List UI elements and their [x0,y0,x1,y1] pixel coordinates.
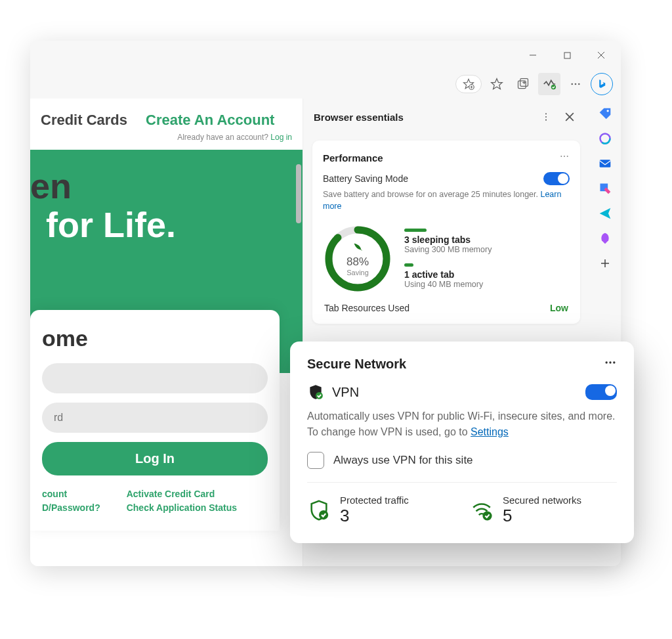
maximize-button[interactable] [553,45,581,66]
sleeping-tabs-title: 3 sleeping tabs [404,234,570,245]
resources-label: Tab Resources Used [324,303,550,313]
send-icon[interactable] [598,206,612,221]
secured-networks-label: Secured networks [503,495,581,506]
sleeping-bar-icon [404,229,427,232]
svg-point-34 [606,361,608,363]
title-bar [30,41,621,70]
hero-banner: en for Life. ome Log In count D/Password… [30,150,303,373]
svg-point-18 [545,116,547,118]
extension-pill[interactable] [455,75,482,93]
secure-network-heading: Secure Network [307,357,604,372]
login-link[interactable]: Log in [270,133,292,142]
svg-rect-1 [564,53,570,58]
panel-more-icon[interactable] [537,108,555,126]
address-bar [30,70,621,99]
browser-essentials-icon[interactable] [538,73,560,95]
sleeping-tabs-sub: Saving 300 MB memory [404,245,570,254]
svg-rect-30 [600,160,611,167]
svg-point-16 [578,83,580,85]
svg-point-24 [567,156,568,157]
login-button[interactable]: Log In [42,442,268,475]
svg-point-14 [571,83,573,85]
wifi-check-icon [470,498,494,522]
svg-point-15 [575,83,577,85]
active-tab-title: 1 active tab [404,269,570,280]
minimize-button[interactable] [518,45,547,66]
hero-text-1: en [30,168,303,204]
leaf-icon [352,242,363,254]
login-heading: ome [42,326,268,351]
vpn-more-icon[interactable] [604,356,617,372]
donut-percent: 88% [346,255,369,269]
link-activate[interactable]: Activate Credit Card [127,487,237,501]
always-vpn-checkbox[interactable] [307,452,324,469]
perf-stats: 88% Saving 3 sleeping tabs Saving 300 MB… [323,224,570,294]
bing-icon[interactable] [591,73,613,95]
copilot-icon[interactable] [598,131,612,146]
essentials-header: Browser essentials [303,99,589,135]
shield-check-icon [307,498,331,522]
essentials-title: Browser essentials [314,112,532,123]
svg-point-36 [613,361,615,363]
vpn-toggle[interactable] [585,384,617,400]
battery-mode-label: Battery Saving Mode [323,173,543,184]
already-account-row: Already have an account? Log in [30,133,303,150]
password-input[interactable] [42,403,268,433]
panel-close-icon[interactable] [560,108,579,126]
svg-point-35 [609,361,611,363]
scrollbar-thumb[interactable] [296,164,301,223]
collections-icon[interactable] [512,73,534,95]
already-account-text: Already have an account? [177,133,268,142]
vpn-settings-link[interactable]: Settings [471,426,509,437]
favorites-icon[interactable] [486,73,508,95]
login-card: ome Log In count D/Password? Activate Cr… [30,310,280,531]
secured-networks-value: 5 [503,506,581,526]
svg-point-23 [564,156,565,157]
svg-point-19 [545,120,547,121]
battery-mode-toggle[interactable] [543,172,570,185]
hero-text-2: for Life. [30,204,303,246]
svg-point-37 [316,392,323,399]
svg-point-17 [545,113,547,114]
secured-networks-stat: Secured networks 5 [470,495,617,526]
vpn-description: Automatically uses VPN for public Wi-Fi,… [307,408,617,440]
add-icon[interactable] [598,256,612,271]
link-account[interactable]: count [42,487,100,501]
bottom-links: count D/Password? Activate Credit Card C… [42,487,268,515]
more-icon[interactable] [564,73,587,95]
secure-network-popup: Secure Network VPN Automatically uses VP… [290,342,634,543]
link-status[interactable]: Check Application Status [127,501,237,515]
close-button[interactable] [587,45,616,66]
performance-card: Performance Battery Saving Mode Save bat… [312,141,580,324]
perf-more-icon[interactable] [559,151,570,164]
protected-traffic-stat: Protected traffic 3 [307,495,454,526]
nav-create-account[interactable]: Create An Account [146,112,274,129]
protected-traffic-label: Protected traffic [340,495,409,506]
resources-value: Low [550,303,568,313]
performance-title: Performance [323,152,559,164]
svg-point-22 [560,156,562,157]
protected-traffic-value: 3 [340,506,409,526]
nav-credit-cards[interactable]: Credit Cards [41,112,127,129]
resources-row[interactable]: Tab Resources Used Low [323,294,570,313]
svg-rect-9 [518,81,526,89]
active-bar-icon [404,263,413,267]
editor-icon[interactable] [598,181,612,196]
page-nav: Credit Cards Create An Account [30,99,303,133]
shield-icon [307,384,324,401]
outlook-icon[interactable] [598,156,612,171]
saving-donut-chart: 88% Saving [323,224,392,294]
active-tab-sub: Using 40 MB memory [404,280,570,289]
always-vpn-label: Always use VPN for this site [333,454,473,467]
page-content: Credit Cards Create An Account Already h… [30,99,303,566]
link-password[interactable]: D/Password? [42,501,100,515]
battery-desc: Save battery and browse for on average 2… [323,189,570,212]
svg-marker-8 [492,79,503,89]
donut-label: Saving [346,269,369,276]
vpn-title: VPN [332,385,578,400]
shopping-tag-icon[interactable] [598,106,612,121]
username-input[interactable] [42,363,268,393]
svg-point-27 [607,110,609,112]
designer-icon[interactable] [598,231,612,246]
